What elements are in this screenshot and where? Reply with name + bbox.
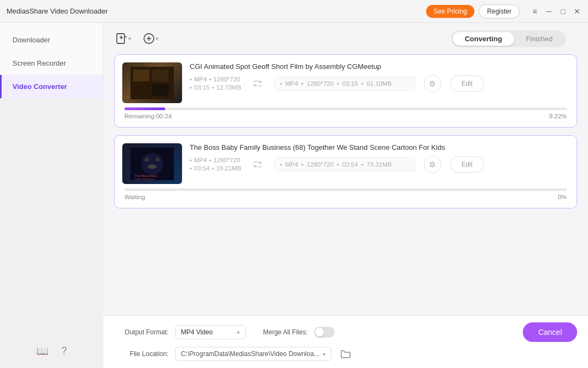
close-button[interactable]: ✕ [573,7,581,16]
svg-point-13 [141,153,163,175]
merge-label: Merge All Files: [263,328,308,336]
input-resolution-1: 1280*720 [214,76,240,83]
output-format-select[interactable]: MP4 Video ▾ [175,325,246,339]
output-resolution-2: 1280*720 [307,161,334,168]
input-duration-1: 03:15 [194,84,210,91]
video-thumbnail-2: The Boss Baby Family Business [122,143,182,184]
progress-info-1: Remaining:00:24 9.22% [124,113,567,119]
merge-toggle[interactable] [314,327,335,338]
svg-text:Family Business: Family Business [135,177,155,180]
video-title-1: CGI Animated Spot Geoff Short Film by As… [190,62,569,72]
format-row: Output Format: MP4 Video ▾ Merge All Fil… [114,322,577,342]
maximize-button[interactable]: □ [559,7,567,16]
output-meta-1: • MP4 • 1280*720 • 03:15 • 61.10MB [274,77,415,91]
progress-section-2: Waiting 0% [122,188,569,200]
toolbar: ▾ ▾ Converting Finished [103,23,588,54]
file-location-select[interactable]: C:\ProgramData\MediasShare\Video Downloa… [175,347,331,361]
tab-converting[interactable]: Converting [453,32,514,46]
add-file-button[interactable]: ▾ [114,29,133,48]
tab-toggle: Converting Finished [451,30,566,47]
output-resolution-1: 1280*720 [307,80,334,87]
svg-point-18 [148,164,157,169]
content-area: ▾ ▾ Converting Finished [103,23,588,368]
output-duration-1: 03:15 [342,80,358,87]
video-list: CGI Animated Spot Geoff Short Film by As… [103,54,588,315]
settings-button-2[interactable]: ⚙ [424,156,441,173]
sidebar-item-downloader[interactable]: Downloader [0,28,103,52]
sidebar-item-screen-recorder[interactable]: Screen Recorder [0,52,103,75]
help-icon[interactable]: ? [61,345,67,357]
convert-arrow-2 [246,160,270,169]
menu-icon[interactable]: ≡ [530,7,539,16]
video-title-2: The Boss Baby Family Business (68) Toget… [190,143,569,153]
app-title: MediasShare Video Downloader [7,7,426,15]
progress-info-2: Waiting 0% [124,194,567,200]
convert-arrow-1 [246,79,270,88]
input-duration-2: 03:54 [194,165,210,172]
video-card-top-2: The Boss Baby Family Business The Boss B… [122,143,569,184]
progress-bar-bg-2 [124,188,567,191]
input-format-1: MP4 [194,76,207,83]
progress-status-2: Waiting [124,194,145,200]
output-format-value: MP4 Video [181,328,212,336]
main-layout: Downloader Screen Recorder Video Convert… [0,23,588,368]
video-info-2: The Boss Baby Family Business (68) Toget… [190,143,569,173]
add-url-button[interactable]: ▾ [141,29,160,48]
toggle-knob [315,328,324,337]
title-bar-actions: See Pricing Register ≡ ─ □ ✕ [426,4,581,18]
output-size-2: 73.31MB [367,161,392,168]
progress-status-1: Remaining:00:24 [124,113,172,119]
progress-percent-2: 0% [558,194,567,200]
sidebar-item-video-converter[interactable]: Video Converter [0,75,103,98]
cancel-button[interactable]: Cancel [523,322,577,342]
register-button[interactable]: Register [479,4,520,18]
progress-section-1: Remaining:00:24 9.22% [122,107,569,119]
title-bar: MediasShare Video Downloader See Pricing… [0,0,588,23]
window-controls: ≡ ─ □ ✕ [530,7,581,16]
bottom-bar: Output Format: MP4 Video ▾ Merge All Fil… [103,315,588,368]
chevron-down-icon: ▾ [237,329,240,335]
edit-button-2[interactable]: Edit [450,156,484,173]
output-format-label: Output Format: [114,328,168,336]
svg-rect-8 [133,69,149,81]
output-format-1: MP4 [285,80,298,87]
tab-finished[interactable]: Finished [514,32,565,46]
video-info-1: CGI Animated Spot Geoff Short Film by As… [190,62,569,92]
minimize-button[interactable]: ─ [545,7,553,16]
input-resolution-2: 1280*720 [214,157,240,163]
see-pricing-button[interactable]: See Pricing [426,5,474,18]
output-meta-2: • MP4 • 1280*720 • 03:54 • 73.31MB [274,157,415,172]
edit-button-1[interactable]: Edit [450,75,484,92]
progress-bar-fill-1 [124,107,165,110]
output-size-1: 61.10MB [367,80,392,87]
progress-bar-bg-1 [124,107,567,110]
input-size-1: 12.73MB [216,84,241,91]
open-folder-button[interactable] [338,346,353,361]
svg-rect-9 [152,69,168,81]
sidebar: Downloader Screen Recorder Video Convert… [0,23,103,98]
location-row: File Location: C:\ProgramData\MediasShar… [114,346,577,361]
location-chevron-icon: ▾ [323,351,326,357]
svg-rect-10 [133,84,149,96]
svg-point-16 [145,157,149,162]
progress-percent-1: 9.22% [549,113,567,119]
video-card-1: CGI Animated Spot Geoff Short Film by As… [114,54,577,128]
svg-rect-11 [152,84,168,96]
book-icon[interactable]: 📖 [36,345,48,357]
file-location-value: C:\ProgramData\MediasShare\Video Downloa… [181,350,320,358]
video-card-top-1: CGI Animated Spot Geoff Short Film by As… [122,62,569,103]
output-duration-2: 03:54 [342,161,358,168]
settings-button-1[interactable]: ⚙ [424,75,441,92]
svg-rect-0 [117,34,124,43]
svg-point-17 [155,157,160,162]
input-format-2: MP4 [194,157,207,163]
file-location-label: File Location: [114,350,168,358]
input-size-2: 19.21MB [216,165,241,172]
output-format-2: MP4 [285,161,298,168]
video-card-2: The Boss Baby Family Business The Boss B… [114,135,577,208]
video-thumbnail-1 [122,62,182,103]
